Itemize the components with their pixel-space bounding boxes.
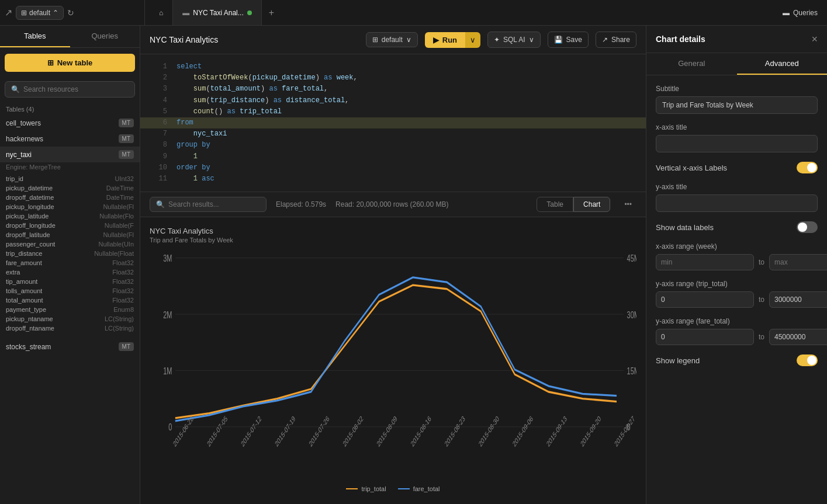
query-header: NYC Taxi Analytics ⊞ default ∨ ▶ Run ∨ ✦… <box>140 26 646 54</box>
sidebar-tab-tables[interactable]: Tables <box>0 26 70 47</box>
run-button[interactable]: ▶ Run <box>425 32 465 48</box>
svg-text:1M: 1M <box>163 366 172 377</box>
svg-text:2015-07-26: 2015-07-26 <box>308 414 330 448</box>
sql-ai-button[interactable]: ✦ SQL AI ∨ <box>487 32 541 48</box>
code-line-11: 11 1 asc <box>140 173 646 185</box>
panel-tab-general[interactable]: General <box>646 53 737 75</box>
sidebar: Tables Queries ⊞ New table 🔍 Tables (4) … <box>0 26 140 504</box>
mt-badge-stocks-stream: MT <box>119 342 134 351</box>
more-options-button[interactable]: ••• <box>620 197 636 211</box>
chart-subtitle: Trip and Fare Totals by Week <box>150 237 636 244</box>
back-icon[interactable]: ↗ <box>5 7 12 18</box>
schema-row: passenger_countNullable(UIn <box>0 239 140 249</box>
table-item-cell-towers[interactable]: cell_towers MT <box>0 115 140 131</box>
toggle-knob-legend <box>807 356 816 365</box>
table-item-hackernews[interactable]: hackernews MT <box>0 131 140 147</box>
chart-svg: 3M 2M 1M 0 45M 30M 15M 0 2015-06-28 2015… <box>150 248 636 481</box>
svg-text:2015-08-23: 2015-08-23 <box>444 414 466 448</box>
queries-label: Queries <box>793 9 818 17</box>
results-search-input[interactable] <box>168 200 260 208</box>
y-range2-min-input[interactable] <box>656 329 754 345</box>
main-content: NYC Taxi Analytics ⊞ default ∨ ▶ Run ∨ ✦… <box>140 26 646 504</box>
svg-text:2015-08-30: 2015-08-30 <box>477 414 500 448</box>
refresh-icon[interactable]: ↻ <box>67 8 74 18</box>
share-button[interactable]: ↗ Share <box>596 32 636 48</box>
x-range-field-group: x-axis range (week) to <box>656 242 818 270</box>
new-table-label: New table <box>57 58 93 67</box>
x-axis-title-input[interactable] <box>656 135 818 152</box>
svg-text:2015-08-16: 2015-08-16 <box>410 414 432 448</box>
active-tab[interactable]: ▬ NYC Taxi Anal... <box>173 0 261 25</box>
subtitle-input[interactable] <box>656 96 818 114</box>
save-button[interactable]: 💾 Save <box>548 32 589 48</box>
view-tab-table[interactable]: Table <box>537 197 573 212</box>
schema-row: total_amountFloat32 <box>0 296 140 305</box>
chart-legend: trip_total fare_total <box>150 485 636 492</box>
search-input[interactable] <box>23 85 129 93</box>
y-range1-max-input[interactable] <box>769 291 827 308</box>
share-label: Share <box>611 36 630 44</box>
x-range-max-input[interactable] <box>769 254 827 270</box>
sidebar-tab-queries[interactable]: Queries <box>70 26 140 47</box>
main-layout: Tables Queries ⊞ New table 🔍 Tables (4) … <box>0 26 827 504</box>
schema-row: pickup_longitudeNullable(Fl <box>0 202 140 211</box>
svg-text:2015-08-09: 2015-08-09 <box>376 414 398 448</box>
x-range-min-input[interactable] <box>656 254 754 270</box>
tables-header: Tables (4) <box>0 101 140 115</box>
x-axis-title-field-group: x-axis title <box>656 123 818 152</box>
schema-row: pickup_latitudeNullable(Flo <box>0 211 140 221</box>
chevron-down-icon: ∨ <box>406 36 411 44</box>
chevron-down-icon2: ∨ <box>529 36 534 44</box>
top-bar-left: ↗ ⊞ default ⌃ ↻ <box>5 0 145 25</box>
x-range-label: x-axis range (week) <box>656 242 818 251</box>
y-range1-label: y-axis range (trip_total) <box>656 280 818 288</box>
code-line-3: 3 sum(total_amount) as fare_total, <box>140 84 646 95</box>
elapsed-text: Elapsed: 0.579s <box>276 200 326 208</box>
tab-add-button[interactable]: + <box>262 8 281 18</box>
code-line-7: 7 nyc_taxi <box>140 128 646 140</box>
mt-badge-nyc-taxi: MT <box>119 150 134 159</box>
code-editor[interactable]: 1 select 2 toStartOfWeek(pickup_datetime… <box>140 54 646 192</box>
vertical-labels-toggle[interactable] <box>797 162 818 173</box>
search-box: 🔍 <box>5 81 135 98</box>
code-line-5: 5 count() as trip_total <box>140 106 646 117</box>
view-tab-chart[interactable]: Chart <box>573 197 610 212</box>
y-range1-field-group: y-axis range (trip_total) to <box>656 280 818 308</box>
show-data-labels-toggle[interactable] <box>797 221 818 233</box>
schema-list: trip_idUInt32 pickup_datetimeDateTime dr… <box>0 174 140 504</box>
chart-details-panel: Chart details × General Advanced Subtitl… <box>646 26 827 504</box>
show-legend-toggle[interactable] <box>797 354 818 366</box>
chart-container: NYC Taxi Analytics Trip and Fare Totals … <box>140 217 646 504</box>
schema-row: dropoff_datetimeDateTime <box>0 193 140 202</box>
queries-button[interactable]: ▬ Queries <box>778 6 822 19</box>
y-axis-title-label: y-axis title <box>656 183 818 191</box>
db-badge[interactable]: ⊞ default ∨ <box>366 32 418 47</box>
run-dropdown-button[interactable]: ∨ <box>465 32 480 48</box>
share-icon: ↗ <box>602 36 608 44</box>
home-icon: ⌂ <box>159 9 163 17</box>
y-range2-max-input[interactable] <box>769 329 827 345</box>
query-title: NYC Taxi Analytics <box>150 35 359 44</box>
db-icon2: ⊞ <box>372 36 378 44</box>
panel-tabs: General Advanced <box>646 53 827 75</box>
db-badge-label: default <box>382 36 403 44</box>
play-icon: ▶ <box>433 36 439 44</box>
queries-icon: ▬ <box>783 9 790 17</box>
schema-row: dropoff_longitudeNullable(F <box>0 221 140 230</box>
table-item-nyc-taxi[interactable]: nyc_taxi MT <box>0 147 140 162</box>
new-table-button[interactable]: ⊞ New table <box>5 54 135 72</box>
new-table-icon: ⊞ <box>47 58 54 67</box>
schema-row: tip_amountFloat32 <box>0 277 140 286</box>
search-icon: 🔍 <box>11 85 20 93</box>
panel-tab-advanced[interactable]: Advanced <box>737 53 828 75</box>
chart-title: NYC Taxi Analytics <box>150 227 636 235</box>
home-tab[interactable]: ⌂ <box>150 0 173 25</box>
schema-row: dropoff_ntanameLC(String) <box>0 324 140 333</box>
y-axis-title-input[interactable] <box>656 194 818 212</box>
y-range1-min-input[interactable] <box>656 291 754 308</box>
db-selector[interactable]: ⊞ default ⌃ <box>16 6 64 20</box>
close-panel-button[interactable]: × <box>811 34 818 44</box>
schema-row: pickup_datetimeDateTime <box>0 183 140 193</box>
sparkle-icon: ✦ <box>494 36 500 44</box>
table-item-stocks-stream[interactable]: stocks_stream MT <box>0 339 140 354</box>
